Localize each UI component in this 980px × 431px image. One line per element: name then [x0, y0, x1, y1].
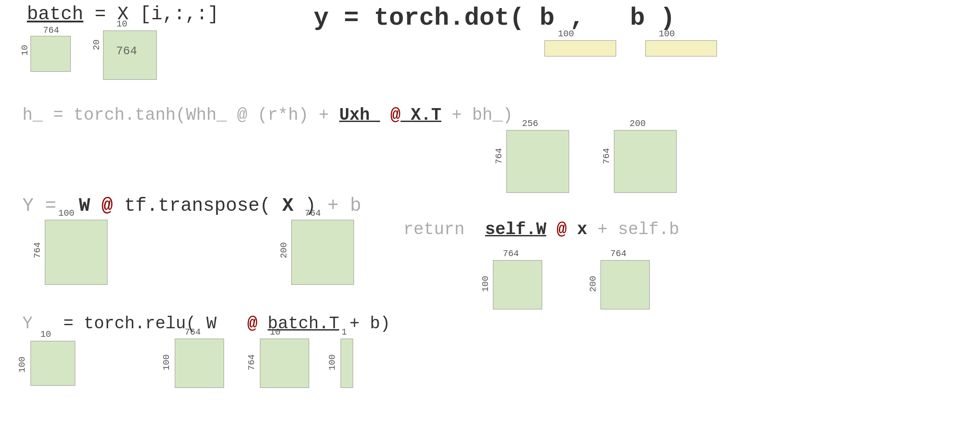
dim-top-764a: 764 — [43, 25, 59, 35]
formula-dot: y = torch.dot( b , b ) — [314, 4, 675, 32]
dim-side-200c: 200 — [588, 276, 598, 292]
uxh-label: Uxh_ — [339, 105, 380, 125]
box-relu-x2 — [260, 339, 309, 388]
box-batch-large: 764 — [103, 30, 157, 80]
eq-relu: = torch.relu( W — [53, 314, 247, 333]
dim-top-764g: 764 — [185, 327, 201, 337]
dim-top-100c: 100 — [58, 208, 74, 218]
batch-text: batch — [27, 4, 83, 25]
x-label-2: x — [567, 220, 587, 239]
overlay-764: 764 — [116, 44, 137, 58]
h-underline: h_ = torch.tanh(Whh_ @ (r*h) + — [22, 105, 339, 125]
at-red-2: @ — [90, 195, 112, 217]
dim-side-764c: 764 — [32, 242, 43, 258]
dim-side-100c: 100 — [161, 354, 172, 370]
return-label: return — [403, 220, 485, 239]
dim-side-200b: 200 — [279, 242, 289, 258]
dim-top-1: 1 — [341, 327, 347, 337]
box-relu-batch — [175, 339, 224, 388]
dim-side-764b: 764 — [601, 148, 612, 164]
dim-side-764h: 764 — [246, 354, 257, 370]
box-return-W — [493, 260, 542, 309]
plus-b: + b — [328, 195, 362, 217]
formula-return: return self.W @ x + self.b — [403, 220, 679, 239]
dim-top-10b: 10 — [117, 19, 127, 29]
W-label: W — [79, 195, 90, 217]
at-red-4: @ — [247, 314, 258, 333]
tf-label: tf.transpose( — [113, 195, 282, 217]
dim-top-764d: 764 — [305, 208, 321, 218]
box-batch-small — [30, 36, 71, 72]
box-dot-b2 — [645, 40, 717, 57]
box-dot-b1 — [544, 40, 616, 57]
equals-1: = X [i,:,:] — [95, 4, 219, 25]
box-Y-W — [45, 220, 108, 285]
bh-label: + bh_) — [441, 105, 513, 125]
plus-b-relu: + b) — [339, 314, 390, 333]
batch-t-label — [258, 314, 268, 333]
box-xt — [614, 130, 677, 193]
box-relu-b — [341, 339, 353, 388]
box-relu-W — [30, 341, 75, 386]
dim-top-764e: 764 — [503, 248, 519, 259]
dim-top-10c: 10 — [40, 329, 51, 340]
dim-top-100b: 100 — [659, 29, 675, 39]
self-W-label: self.W — [485, 220, 546, 239]
at-red-1: @ — [380, 105, 401, 125]
X-label: X — [282, 195, 294, 217]
page: batch = X [i,:,:] 764 10 10 20 764 y = t… — [0, 0, 980, 431]
dim-top-256: 256 — [522, 118, 538, 129]
dim-side-100b: 100 — [17, 357, 27, 373]
at-red-3: @ — [546, 220, 567, 239]
formula-relu: Y = torch.relu( W @ batch.T + b) — [22, 314, 390, 333]
self-b-label: + self.b — [587, 220, 679, 239]
dim-top-764f: 764 — [610, 248, 626, 259]
formula-tanh: h_ = torch.tanh(Whh_ @ (r*h) + Uxh_ @ X.… — [22, 105, 513, 125]
box-Y-X — [291, 220, 354, 285]
dim-side-100a: 100 — [480, 276, 491, 292]
dim-side-20: 20 — [91, 39, 102, 50]
box-uxh — [506, 130, 569, 193]
dim-side-10a: 10 — [20, 45, 30, 56]
dim-top-10d: 10 — [270, 327, 281, 337]
dim-side-100d: 100 — [327, 354, 337, 370]
dim-top-200a: 200 — [630, 118, 646, 129]
xt-label: X.T — [401, 105, 441, 125]
dim-top-100a: 100 — [558, 29, 574, 39]
box-return-x — [600, 260, 650, 309]
dim-side-764a: 764 — [494, 148, 504, 164]
